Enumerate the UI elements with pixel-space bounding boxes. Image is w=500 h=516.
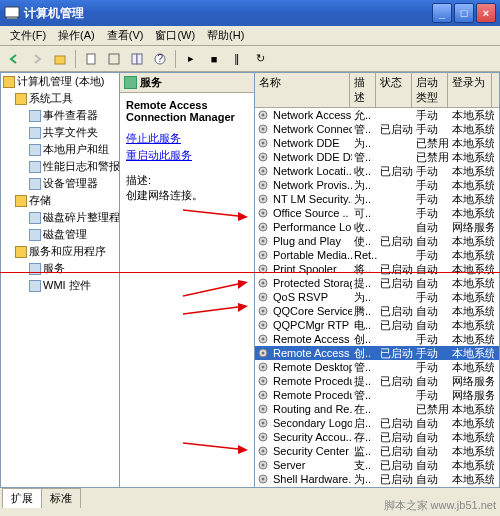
service-row[interactable]: Network Locati..收..已启动手动本地系统 (255, 164, 499, 178)
service-row[interactable]: QoS RSVP为..手动本地系统 (255, 290, 499, 304)
menu-window[interactable]: 窗口(W) (149, 26, 201, 45)
service-row[interactable]: Security Accou..存..已启动自动本地系统 (255, 430, 499, 444)
tree-pane[interactable]: 计算机管理 (本地) 系统工具事件查看器共享文件夹本地用户和组性能日志和警报设备… (0, 72, 120, 488)
tree-root[interactable]: 计算机管理 (本地) (1, 73, 119, 90)
cell-desc: 腾.. (352, 304, 378, 319)
tree-group[interactable]: 服务和应用程序 (1, 243, 119, 260)
service-row[interactable]: Plug and Play使..已启动自动本地系统 (255, 234, 499, 248)
export-button[interactable] (127, 49, 147, 69)
service-row[interactable]: Smart Card管..手动本地服务 (255, 486, 499, 488)
service-row[interactable]: Protected Storage提..已启动自动本地系统 (255, 276, 499, 290)
service-row[interactable]: QQPCMgr RTP Se..电..已启动自动本地系统 (255, 318, 499, 332)
gear-icon (257, 333, 269, 345)
cell-desc: 管.. (352, 486, 378, 489)
svg-point-34 (262, 282, 265, 285)
back-button[interactable] (4, 49, 24, 69)
service-row[interactable]: Security Center监..已启动自动本地系统 (255, 444, 499, 458)
maximize-button[interactable]: □ (454, 3, 474, 23)
service-row[interactable]: Network Access..允..手动本地系统 (255, 108, 499, 122)
service-row[interactable]: Portable Media..Ret..手动本地系统 (255, 248, 499, 262)
cell-startup: 手动 (414, 388, 450, 403)
stop-link[interactable]: 停止此服务 (126, 131, 248, 146)
cell-startup: 手动 (414, 248, 450, 263)
up-button[interactable] (50, 49, 70, 69)
service-row[interactable]: Shell Hardware..为..已启动自动本地系统 (255, 472, 499, 486)
service-row[interactable]: Routing and Re..在..已禁用本地系统 (255, 402, 499, 416)
service-row[interactable]: QQCore Service腾..已启动自动本地系统 (255, 304, 499, 318)
folder-icon (15, 93, 27, 105)
tree-item[interactable]: 性能日志和警报 (1, 158, 119, 175)
service-row[interactable]: Office Source ..可..手动本地系统 (255, 206, 499, 220)
service-row[interactable]: Remote Access ..创..已启动手动本地系统 (255, 346, 499, 360)
detail-header-label: 服务 (140, 75, 162, 90)
service-row[interactable]: Secondary Logon启..已启动自动本地系统 (255, 416, 499, 430)
tree-item[interactable]: 事件查看器 (1, 107, 119, 124)
tab-extended[interactable]: 扩展 (2, 488, 42, 508)
tree-item[interactable]: 磁盘碎片整理程序 (1, 209, 119, 226)
col-logon[interactable]: 登录为 (448, 73, 492, 107)
tree-group[interactable]: 系统工具 (1, 90, 119, 107)
properties-button[interactable] (81, 49, 101, 69)
service-row[interactable]: Print Spooler将..已启动自动本地系统 (255, 262, 499, 276)
service-row[interactable]: Server支..已启动自动本地系统 (255, 458, 499, 472)
col-name[interactable]: 名称 (255, 73, 350, 107)
restart-service-button[interactable]: ↻ (250, 49, 270, 69)
close-button[interactable]: × (476, 3, 496, 23)
column-headers[interactable]: 名称 描述 状态 启动类型 登录为 (255, 73, 499, 108)
titlebar[interactable]: 计算机管理 _ □ × (0, 0, 500, 26)
tree-item[interactable]: WMI 控件 (1, 277, 119, 294)
forward-button[interactable] (27, 49, 47, 69)
svg-point-18 (262, 170, 265, 173)
service-row[interactable]: Network Provis..为..手动本地系统 (255, 178, 499, 192)
cell-startup: 自动 (414, 416, 450, 431)
pause-service-button[interactable]: ‖ (227, 49, 247, 69)
gear-icon (257, 487, 269, 488)
tree-group[interactable]: 存储 (1, 192, 119, 209)
menu-view[interactable]: 查看(V) (101, 26, 150, 45)
cell-logon: 本地服务 (450, 486, 494, 489)
col-desc[interactable]: 描述 (350, 73, 376, 107)
cell-desc: 允.. (352, 108, 378, 123)
service-row[interactable]: Remote Access ..创..手动本地系统 (255, 332, 499, 346)
restart-link[interactable]: 重启动此服务 (126, 148, 248, 163)
cell-status: 已启动 (378, 164, 414, 179)
service-row[interactable]: NT LM Security..为..手动本地系统 (255, 192, 499, 206)
tree-item[interactable]: 本地用户和组 (1, 141, 119, 158)
tree-item[interactable]: 磁盘管理 (1, 226, 119, 243)
service-row[interactable]: Remote Procedu..管..手动网络服务 (255, 388, 499, 402)
cell-desc: 创.. (352, 346, 378, 361)
minimize-button[interactable]: _ (432, 3, 452, 23)
gear-icon (257, 207, 269, 219)
cell-name: Network DDE (271, 137, 352, 149)
svg-rect-2 (55, 56, 65, 64)
cell-name: Network DDE DSDM (271, 151, 352, 163)
cell-name: Network Connec.. (271, 123, 352, 135)
service-row[interactable]: Network Connec..管..已启动手动本地系统 (255, 122, 499, 136)
cell-desc: 管.. (352, 122, 378, 137)
computer-icon (3, 76, 15, 88)
service-row[interactable]: Performance Lo..收..自动网络服务 (255, 220, 499, 234)
stop-service-button[interactable]: ■ (204, 49, 224, 69)
menu-action[interactable]: 操作(A) (52, 26, 101, 45)
col-startup[interactable]: 启动类型 (412, 73, 448, 107)
cell-status: 已启动 (378, 234, 414, 249)
start-service-button[interactable]: ▸ (181, 49, 201, 69)
col-status[interactable]: 状态 (376, 73, 412, 107)
service-row[interactable]: Remote Procedu..提..已启动自动网络服务 (255, 374, 499, 388)
tree-item[interactable]: 服务 (1, 260, 119, 277)
tree-item[interactable]: 设备管理器 (1, 175, 119, 192)
service-row[interactable]: Network DDE DSDM管..已禁用本地系统 (255, 150, 499, 164)
cell-logon: 本地系统 (450, 206, 494, 221)
services-list[interactable]: 名称 描述 状态 启动类型 登录为 Network Access..允..手动本… (255, 72, 500, 488)
cell-desc: 管.. (352, 360, 378, 375)
service-row[interactable]: Remote Desktop..管..手动本地系统 (255, 360, 499, 374)
cell-status: 已启动 (378, 430, 414, 445)
tree-item[interactable]: 共享文件夹 (1, 124, 119, 141)
item-icon (29, 161, 41, 173)
menu-file[interactable]: 文件(F) (4, 26, 52, 45)
help-button[interactable]: ? (150, 49, 170, 69)
menu-help[interactable]: 帮助(H) (201, 26, 250, 45)
service-row[interactable]: Network DDE为..已禁用本地系统 (255, 136, 499, 150)
tab-standard[interactable]: 标准 (41, 488, 81, 508)
refresh-button[interactable] (104, 49, 124, 69)
